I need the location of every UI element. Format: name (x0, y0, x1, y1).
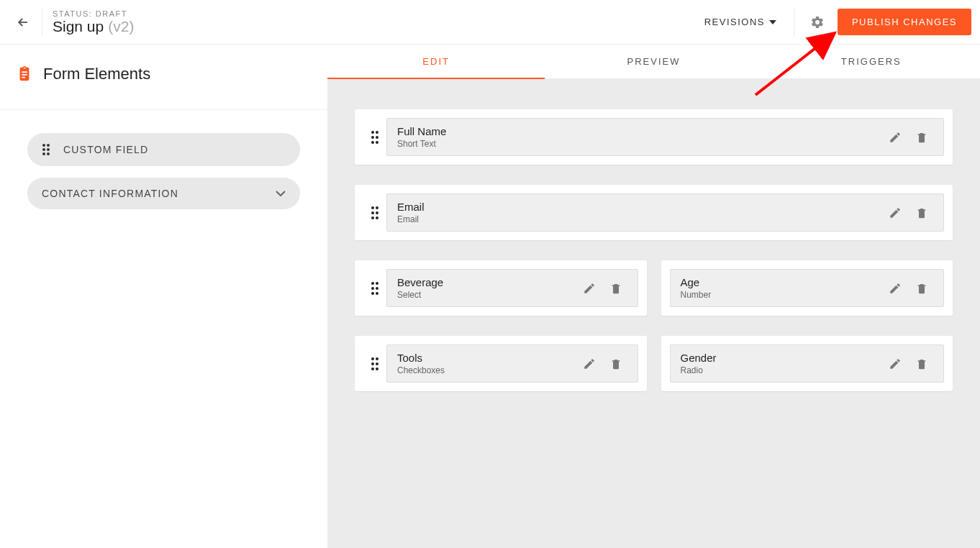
delete-field-button[interactable] (916, 357, 927, 370)
clipboard-icon (16, 65, 33, 83)
svg-point-22 (371, 292, 374, 295)
pencil-icon (889, 357, 902, 370)
field-title: Beverage (397, 276, 583, 288)
svg-point-17 (376, 216, 378, 219)
edit-field-button[interactable] (889, 206, 902, 219)
field-box[interactable]: Full Name Short Text (386, 118, 944, 156)
delete-field-button[interactable] (916, 206, 927, 219)
svg-point-12 (371, 206, 374, 209)
svg-point-25 (376, 357, 378, 360)
separator (794, 8, 794, 37)
edit-field-button[interactable] (583, 357, 596, 370)
field-type: Short Text (397, 139, 889, 149)
drag-icon (371, 281, 379, 296)
field-box[interactable]: Age Number (670, 269, 945, 307)
title-block: STATUS: DRAFT Sign up (v2) (53, 9, 134, 35)
pencil-icon (583, 282, 596, 295)
field-type: Select (397, 290, 583, 300)
form-card: Age Number (661, 260, 953, 316)
form-row: Email Email (355, 185, 953, 240)
sidebar: Form Elements CUSTOM FIELD CONTACT INFOR… (0, 45, 327, 548)
sidebar-title: Form Elements (43, 65, 150, 83)
delete-field-button[interactable] (610, 282, 622, 295)
drag-handle[interactable] (363, 206, 386, 220)
form-version: (v2) (108, 18, 134, 35)
delete-field-button[interactable] (610, 357, 622, 370)
svg-point-21 (376, 287, 378, 290)
pencil-icon (583, 357, 596, 370)
form-row: Beverage Select Age Number (355, 260, 953, 316)
tab-preview[interactable]: PREVIEW (545, 45, 762, 78)
form-card: Tools Checkboxes (355, 336, 647, 391)
form-name: Sign up (53, 18, 104, 35)
svg-point-20 (371, 287, 374, 290)
field-box[interactable]: Gender Radio (670, 344, 945, 383)
sidebar-item-label: CUSTOM FIELD (63, 144, 148, 155)
drag-icon (42, 143, 50, 156)
trash-icon (610, 357, 622, 370)
svg-point-0 (42, 144, 45, 147)
field-box[interactable]: Tools Checkboxes (386, 344, 638, 383)
field-title: Gender (681, 352, 889, 364)
trash-icon (916, 282, 927, 295)
edit-field-button[interactable] (889, 357, 902, 370)
svg-point-29 (376, 367, 378, 370)
content: EDIT PREVIEW TRIGGERS Full Name Short Te… (327, 45, 980, 548)
svg-point-18 (371, 282, 374, 285)
settings-button[interactable] (803, 8, 832, 37)
svg-point-3 (47, 148, 50, 151)
topbar-right: REVISIONS PUBLISH CHANGES (696, 8, 971, 37)
svg-point-2 (42, 148, 45, 151)
form-card: Gender Radio (661, 336, 953, 391)
sidebar-item-label: CONTACT INFORMATION (42, 188, 178, 199)
edit-field-button[interactable] (583, 282, 596, 295)
field-type: Number (681, 290, 889, 300)
delete-field-button[interactable] (916, 282, 927, 295)
pencil-icon (889, 131, 902, 144)
svg-point-15 (376, 211, 378, 214)
pencil-icon (889, 206, 902, 219)
svg-point-11 (376, 141, 378, 144)
svg-point-16 (371, 216, 374, 219)
main: Form Elements CUSTOM FIELD CONTACT INFOR… (0, 45, 980, 548)
revisions-dropdown[interactable]: REVISIONS (696, 11, 785, 33)
svg-point-1 (47, 144, 50, 147)
field-title: Tools (397, 352, 583, 364)
field-title: Full Name (397, 125, 889, 137)
trash-icon (610, 282, 622, 295)
publish-button[interactable]: PUBLISH CHANGES (838, 9, 971, 35)
revisions-label: REVISIONS (704, 17, 765, 27)
tab-edit[interactable]: EDIT (327, 45, 545, 78)
delete-field-button[interactable] (916, 131, 927, 144)
sidebar-item-custom-field[interactable]: CUSTOM FIELD (27, 133, 300, 166)
svg-point-23 (376, 292, 378, 295)
field-box[interactable]: Email Email (386, 193, 944, 232)
sidebar-body: CUSTOM FIELD CONTACT INFORMATION (0, 110, 327, 244)
field-title: Email (397, 201, 889, 213)
form-row: Tools Checkboxes Gender Radio (355, 336, 953, 391)
field-type: Checkboxes (397, 365, 583, 375)
svg-point-9 (376, 136, 378, 139)
edit-field-button[interactable] (889, 282, 902, 295)
drag-icon (371, 206, 379, 220)
caret-down-icon (769, 20, 776, 24)
field-box[interactable]: Beverage Select (386, 269, 638, 307)
svg-point-4 (42, 152, 45, 155)
drag-handle[interactable] (363, 130, 386, 145)
svg-point-27 (376, 362, 378, 365)
back-button[interactable] (9, 8, 37, 37)
svg-point-28 (371, 367, 374, 370)
form-card: Beverage Select (355, 260, 647, 316)
drag-handle[interactable] (363, 281, 386, 296)
trash-icon (916, 206, 927, 219)
edit-field-button[interactable] (889, 131, 902, 144)
drag-handle[interactable] (363, 357, 386, 371)
topbar: STATUS: DRAFT Sign up (v2) REVISIONS PUB… (0, 0, 980, 45)
svg-point-13 (376, 206, 378, 209)
tab-triggers[interactable]: TRIGGERS (763, 45, 980, 78)
canvas: Full Name Short Text (327, 79, 980, 548)
svg-point-14 (371, 211, 374, 214)
gear-icon (810, 15, 825, 29)
sidebar-item-contact-info[interactable]: CONTACT INFORMATION (27, 178, 300, 209)
svg-point-7 (376, 131, 378, 134)
